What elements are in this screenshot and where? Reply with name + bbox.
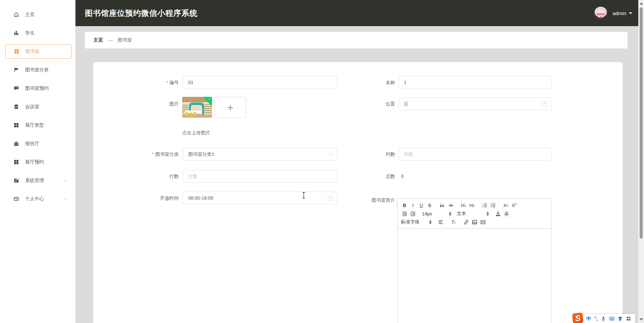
sidebar-item-1[interactable]: 主页: [5, 7, 71, 22]
category-label: *图书室分类: [112, 148, 179, 160]
user-name[interactable]: admin: [612, 10, 626, 16]
underline-button[interactable]: U: [418, 202, 425, 209]
upload-success-check-icon: ✓: [208, 97, 211, 101]
avatar[interactable]: [593, 6, 608, 20]
sidebar-item-5[interactable]: 图书室预约: [5, 81, 71, 95]
name-input[interactable]: 1: [398, 76, 551, 89]
editor-content[interactable]: [397, 229, 551, 323]
align-button[interactable]: [437, 218, 444, 226]
grid-icon: [13, 122, 19, 128]
sidebar-item-11[interactable]: 个人中心: [5, 192, 71, 206]
columns-input[interactable]: 列数: [398, 148, 551, 160]
home-icon: [13, 12, 19, 17]
breadcrumb-home[interactable]: 主页: [94, 37, 103, 43]
keyboard-icon[interactable]: [609, 316, 614, 321]
open-time-input[interactable]: 08:00-18:00 ×: [183, 192, 337, 204]
page-scrollbar[interactable]: [638, 0, 644, 323]
subscript-button[interactable]: X2: [502, 202, 509, 209]
ime-toolbar: S 中 °,: [576, 314, 635, 323]
intro-label: 图书室简介: [328, 197, 395, 203]
user-dropdown-caret-icon[interactable]: [629, 12, 632, 16]
sogou-logo[interactable]: S: [572, 312, 583, 323]
rows-input[interactable]: 行数: [183, 170, 337, 183]
upload-button[interactable]: +: [214, 97, 246, 118]
scrollbar-down-arrow[interactable]: [640, 318, 643, 321]
location-input[interactable]: 1 ×: [398, 98, 551, 110]
ime-lang-toggle[interactable]: 中: [586, 316, 591, 321]
grid-icon: [14, 49, 19, 54]
sidebar-item-label: 图书室预约: [25, 85, 49, 91]
mic-icon[interactable]: [601, 316, 606, 321]
location-label: 位置: [328, 98, 395, 110]
rows-label: 行数: [112, 170, 179, 183]
indent-button[interactable]: [409, 210, 417, 217]
chat-icon: [13, 85, 19, 91]
chevron-down-icon: [63, 179, 67, 183]
flag-icon: [13, 67, 19, 73]
sidebar-item-6[interactable]: 会议室: [5, 100, 71, 114]
columns-label: 列数: [328, 148, 395, 160]
required-asterisk: *: [166, 80, 168, 85]
editor-toolbar: BIUS</>H1H2123X2X214px文本AA标准字体Tx: [397, 199, 551, 229]
outdent-button[interactable]: [401, 210, 408, 217]
sidebar-item-label: 个人中心: [25, 196, 44, 202]
skin-icon[interactable]: [618, 316, 623, 321]
name-label: 名称: [328, 76, 395, 89]
color-button[interactable]: A: [494, 210, 502, 217]
ordered-list-button[interactable]: 123: [481, 202, 488, 209]
chevron-down-icon: [63, 197, 67, 201]
scrollbar-thumb[interactable]: [640, 7, 643, 239]
font-select[interactable]: 标准字体: [401, 219, 432, 225]
open-time-label: 开放时间: [112, 192, 179, 204]
header-select[interactable]: 文本: [457, 211, 489, 217]
breadcrumb-current: 图书室: [118, 37, 132, 43]
code-button[interactable]: </>: [447, 202, 454, 209]
strike-button[interactable]: S: [426, 202, 433, 209]
category-select[interactable]: 图书室分类1: [183, 148, 337, 160]
sidebar-item-label: 展厅预约: [25, 159, 44, 165]
link-button[interactable]: [463, 218, 470, 226]
sidebar-item-label: 报告厅: [25, 141, 39, 147]
code-label: *编号: [112, 76, 179, 89]
sidebar-item-10[interactable]: 系统管理: [5, 173, 71, 188]
app-title: 图书馆座位预约微信小程序系统: [85, 0, 198, 26]
uploaded-image-thumbnail[interactable]: ✓: [182, 97, 212, 118]
blockquote-button[interactable]: [439, 202, 446, 209]
sidebar-item-4[interactable]: 图书室分类: [5, 63, 71, 77]
sidebar-item-9[interactable]: 展厅预约: [5, 155, 71, 169]
sidebar-item-7[interactable]: 展厅类型: [5, 118, 71, 132]
text-caret: [407, 101, 407, 106]
bullet-list-button[interactable]: [489, 202, 497, 209]
sidebar-item-3[interactable]: 图书室: [5, 44, 71, 59]
image-label: 图片: [112, 98, 179, 110]
code-input[interactable]: 01: [183, 76, 337, 89]
sidebar-item-label: 会议室: [25, 104, 39, 110]
upload-hint: 点击上传图片: [182, 130, 210, 136]
bold-button[interactable]: B: [401, 202, 408, 209]
breadcrumb: 主页 — 图书室: [85, 32, 628, 49]
clear-icon[interactable]: ×: [542, 101, 548, 107]
grid-icon: [13, 159, 19, 165]
sidebar-item-2[interactable]: 学生: [5, 26, 71, 40]
header-1-button[interactable]: H1: [460, 202, 467, 209]
scrollbar-up-arrow[interactable]: [640, 2, 643, 5]
sidebar-item-label: 学生: [25, 30, 35, 36]
italic-button[interactable]: I: [409, 202, 417, 209]
clean-button[interactable]: Tx: [450, 218, 457, 226]
card-icon: [13, 196, 19, 202]
image-button[interactable]: [471, 218, 478, 226]
background-button[interactable]: A: [503, 210, 510, 217]
superscript-button[interactable]: X2: [511, 202, 518, 209]
sidebar-item-label: 图书室: [25, 49, 40, 55]
user-menu[interactable]: admin: [593, 0, 632, 26]
video-button[interactable]: [479, 218, 487, 226]
required-asterisk: *: [152, 151, 154, 157]
header-2-button[interactable]: H2: [468, 202, 476, 209]
toolbox-icon[interactable]: [626, 316, 631, 321]
total-label: 总数: [328, 170, 395, 183]
sidebar-item-8[interactable]: 报告厅: [5, 136, 71, 151]
ime-punctuation-toggle[interactable]: °,: [594, 316, 598, 321]
plus-icon: +: [227, 102, 233, 113]
size-select[interactable]: 14px: [422, 211, 451, 216]
sidebar-item-label: 图书室分类: [25, 67, 49, 73]
